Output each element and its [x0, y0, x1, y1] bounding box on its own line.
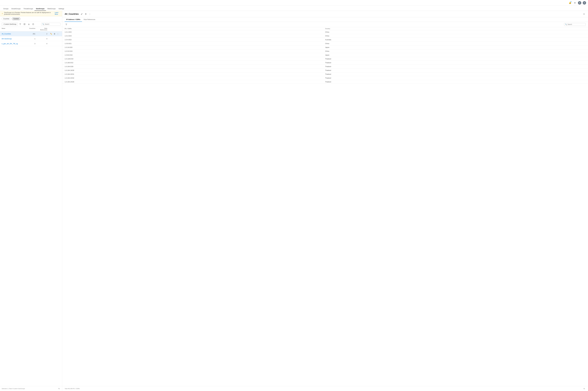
right-panel: All_Countries ⋮ ✕ IP Address / CIDRs R	[62, 11, 588, 391]
tab-settings[interactable]: Settings	[57, 7, 66, 11]
left-search-input[interactable]	[45, 23, 59, 25]
ip-cidr-value: 1.0.2.0/23	[65, 35, 325, 37]
row-name: DK-GeoGroup	[2, 38, 26, 40]
tab-threatgroups[interactable]: ThreatGroups	[22, 7, 34, 11]
data-row: 1.0.164.0/28 Thailand	[62, 65, 588, 69]
country-value: China	[325, 50, 586, 52]
edit-icon-button[interactable]: ✏️	[50, 37, 53, 40]
filter-icon-button[interactable]	[18, 22, 22, 26]
row-countries-count: 3	[26, 43, 38, 45]
country-value: China	[325, 31, 586, 33]
row-name: All_Countries	[2, 33, 26, 35]
right-edit-button[interactable]	[80, 12, 84, 16]
country-value: Australia	[325, 39, 586, 41]
right-tabs-nav: IP Address / CIDRs Rule References	[62, 17, 588, 22]
right-refresh-icon-button[interactable]: ↻	[583, 387, 586, 390]
right-content: 🔍 IPs / CIDRs Country 1.0.1.0/24 China 1…	[62, 22, 588, 391]
country-value: Thailand	[325, 81, 586, 83]
country-value: Thailand	[325, 77, 586, 79]
tab-rule-references[interactable]: Rule References	[82, 17, 97, 22]
data-row: 1.0.164.16/30 Thailand	[62, 69, 588, 72]
data-row: 1.0.8.0/21 China	[62, 42, 588, 45]
col-name-header: Name	[2, 28, 26, 30]
top-header: 🔔 ⊗ A A	[0, 0, 588, 6]
data-row: 1.0.64.0/18 Japan	[62, 53, 588, 57]
country-value: Thailand	[325, 69, 586, 71]
learn-more-link[interactable]: Learn More	[55, 12, 60, 15]
total-ips-summary: Total 491,568 IPs / CIDRs	[65, 388, 80, 389]
notification-bell-icon[interactable]: 🔔	[568, 1, 572, 4]
data-row: 1.0.16.0/20 Japan	[62, 45, 588, 49]
right-header: All_Countries ⋮ ✕	[62, 11, 588, 17]
tab-webgroups[interactable]: WebGroups	[46, 7, 57, 11]
delete-icon-button[interactable]: 🗑	[53, 37, 56, 40]
columns-icon-button[interactable]	[23, 22, 26, 26]
main-layout: ⚠ GeoGroups is in Preview. Preview featu…	[0, 11, 588, 391]
right-panel-title: All_Countries	[65, 13, 79, 15]
refresh-icon-button[interactable]: ↻	[58, 387, 60, 390]
left-search-box[interactable]: 🔍	[41, 23, 60, 26]
tab-ip-address-cidrs[interactable]: IP Address / CIDRs	[65, 17, 82, 22]
right-header-actions: ⋮	[80, 12, 92, 16]
edit-icon-button[interactable]: ✏️	[50, 32, 53, 35]
col-ip-header: IPs / CIDRs	[65, 28, 325, 29]
right-search-box[interactable]: 🔍	[564, 23, 586, 26]
ip-cidr-value: 1.0.16.0/20	[65, 46, 325, 48]
ip-cidr-value: 1.0.164.20/31	[65, 73, 325, 75]
tab-geogroups[interactable]: GeoGroups	[34, 7, 46, 11]
filter-tab-countries[interactable]: Countries	[2, 17, 11, 20]
svg-point-3	[33, 24, 33, 25]
more-icon-button[interactable]: ⋮	[56, 37, 59, 40]
right-toolbar: 🔍	[62, 22, 588, 27]
row-rules-count: 4	[38, 38, 50, 40]
ip-cidr-value: 1.0.160.0/22	[65, 62, 325, 64]
right-filter-icon-button[interactable]	[65, 23, 68, 26]
country-value: Japan	[325, 54, 586, 56]
left-panel: ⚠ GeoGroups is in Preview. Preview featu…	[0, 11, 62, 391]
table-row[interactable]: e_geo_dcf_DK_TW_sg 3 4 ✏️ 🗑 ⋮	[0, 41, 62, 46]
edit-icon-button[interactable]: ✏️	[50, 42, 53, 45]
user-deactivate-icon[interactable]: ⊗	[573, 1, 577, 4]
data-table-body: 1.0.1.0/24 China 1.0.2.0/23 China 1.0.4.…	[62, 30, 588, 386]
selection-summary: Selected 1 | Total 3 Custom GeoGroups	[2, 388, 25, 389]
filter-tabs: Countries Custom	[0, 16, 62, 21]
col-actions-header	[50, 28, 60, 30]
row-actions: ✏️ 🗑 ⋮	[50, 32, 60, 35]
ip-cidr-value: 1.0.164.16/30	[65, 69, 325, 71]
table-row[interactable]: All_Countries 251 2 ✏️ 🗑 ⋮	[0, 31, 62, 36]
more-icon-button[interactable]: ⋮	[56, 42, 59, 45]
data-row: 1.0.2.0/23 China	[62, 34, 588, 38]
user-avatar-icon[interactable]: A	[578, 1, 581, 4]
ip-cidr-value: 1.0.164.23/32	[65, 77, 325, 79]
right-footer: Total 491,568 IPs / CIDRs ↻	[62, 386, 588, 391]
delete-icon-button[interactable]: 🗑	[53, 42, 56, 45]
right-search-input[interactable]	[568, 24, 585, 25]
data-row: 1.0.1.0/24 China	[62, 30, 588, 34]
table-body: All_Countries 251 2 ✏️ 🗑 ⋮ DK-GeoGroup 1…	[0, 31, 62, 46]
tab-smartgroups[interactable]: SmartGroups	[10, 7, 22, 11]
more-icon-button[interactable]: ⋮	[56, 32, 59, 35]
main-tabs-nav: Groups SmartGroups ThreatGroups GeoGroup…	[0, 6, 588, 11]
user-profile-icon[interactable]: A	[583, 1, 586, 4]
row-name: e_geo_dcf_DK_TW_sg	[2, 43, 26, 45]
filter-tab-custom[interactable]: Custom	[12, 17, 20, 20]
table-header: Name Countries Rule References	[0, 27, 62, 31]
ip-cidr-value: 1.0.4.0/22	[65, 39, 325, 41]
right-close-button[interactable]: ✕	[582, 12, 586, 16]
export-icon-button[interactable]	[27, 22, 30, 26]
data-table-header: IPs / CIDRs Country	[62, 27, 588, 30]
ip-cidr-value: 1.0.164.0/28	[65, 66, 325, 67]
ip-cidr-value: 1.0.64.0/18	[65, 54, 325, 56]
data-row: 1.0.164.23/32 Thailand	[62, 76, 588, 80]
tab-groups[interactable]: Groups	[2, 7, 10, 11]
right-delete-button[interactable]	[84, 12, 88, 16]
delete-icon-button[interactable]: 🗑	[53, 32, 56, 35]
warning-icon: ⚠	[2, 12, 3, 14]
add-custom-geogroup-button[interactable]: + Custom GeoGroup	[2, 23, 18, 26]
data-row: 1.0.128.0/19 Thailand	[62, 57, 588, 61]
table-row[interactable]: DK-GeoGroup 1 4 ✏️ 🗑 ⋮	[0, 36, 62, 41]
right-more-button[interactable]: ⋮	[88, 12, 92, 16]
notification-badge	[571, 1, 572, 2]
ip-cidr-value: 1.0.164.24/29	[65, 81, 325, 83]
help-icon-button[interactable]	[31, 22, 35, 26]
